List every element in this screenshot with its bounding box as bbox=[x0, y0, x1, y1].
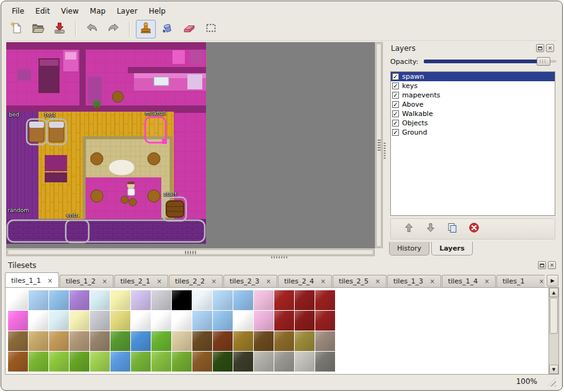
scroll-up-button[interactable]: ▲ bbox=[549, 288, 558, 297]
tile[interactable] bbox=[29, 290, 48, 310]
tile[interactable] bbox=[172, 290, 192, 310]
menu-map[interactable]: Map bbox=[84, 5, 111, 17]
lower-layer-button[interactable] bbox=[424, 222, 437, 236]
fill-tool-button[interactable] bbox=[158, 20, 177, 38]
resize-grip[interactable] bbox=[547, 378, 556, 386]
opacity-slider[interactable] bbox=[424, 57, 557, 66]
tile[interactable] bbox=[29, 352, 48, 372]
tile[interactable] bbox=[8, 331, 28, 351]
tile[interactable] bbox=[49, 290, 69, 310]
close-panel-button[interactable]: × bbox=[548, 261, 556, 269]
stamp-tool-button[interactable] bbox=[136, 20, 156, 38]
tile[interactable] bbox=[131, 331, 151, 351]
layer-row[interactable]: ✓Objects bbox=[391, 118, 555, 128]
map-viewport[interactable]: bedtestmilkfullstartrandomentr. bbox=[6, 42, 375, 248]
tile[interactable] bbox=[172, 331, 192, 351]
tile[interactable] bbox=[131, 290, 151, 310]
tile[interactable] bbox=[315, 331, 335, 351]
tile[interactable] bbox=[131, 311, 151, 331]
tile[interactable] bbox=[151, 311, 171, 331]
tile[interactable] bbox=[49, 311, 69, 331]
layer-visibility-checkbox[interactable]: ✓ bbox=[392, 73, 399, 80]
eraser-tool-button[interactable] bbox=[179, 20, 199, 38]
tile[interactable] bbox=[315, 290, 335, 310]
tile[interactable] bbox=[151, 331, 171, 351]
tile[interactable] bbox=[254, 290, 274, 310]
tile[interactable] bbox=[274, 311, 294, 331]
tile[interactable] bbox=[233, 331, 253, 351]
panel-tab-layers[interactable]: Layers bbox=[431, 242, 473, 256]
layer-row[interactable]: ✓keys bbox=[391, 81, 555, 91]
tile[interactable] bbox=[274, 290, 294, 310]
close-tab-icon[interactable]: × bbox=[321, 278, 326, 285]
tile[interactable] bbox=[131, 352, 151, 372]
close-tab-icon[interactable]: × bbox=[485, 278, 490, 285]
delete-layer-button[interactable] bbox=[467, 222, 481, 236]
scroll-down-button[interactable]: ▼ bbox=[549, 365, 558, 374]
menu-file[interactable]: File bbox=[6, 5, 30, 17]
tileset-tab[interactable]: tiles_1_4× bbox=[442, 275, 496, 287]
close-panel-button[interactable]: × bbox=[546, 44, 554, 52]
tile[interactable] bbox=[192, 311, 212, 331]
tile[interactable] bbox=[69, 290, 89, 310]
tile[interactable] bbox=[69, 311, 89, 331]
layer-visibility-checkbox[interactable]: ✓ bbox=[392, 129, 399, 136]
tab-scroll-right-button[interactable]: ▶ bbox=[547, 275, 558, 287]
tile[interactable] bbox=[192, 290, 212, 310]
tile[interactable] bbox=[172, 311, 192, 331]
tileset-tab[interactable]: tiles_1_3× bbox=[387, 275, 441, 287]
new-map-button[interactable] bbox=[6, 20, 26, 38]
select-tool-button[interactable] bbox=[201, 20, 221, 38]
tileset-tab[interactable]: tiles_1× bbox=[496, 275, 545, 287]
menu-view[interactable]: View bbox=[55, 5, 84, 17]
tile[interactable] bbox=[110, 290, 130, 310]
tileset-tab[interactable]: tiles_2_3× bbox=[223, 275, 277, 287]
tile[interactable] bbox=[295, 311, 315, 331]
tile[interactable] bbox=[90, 352, 110, 372]
tile[interactable] bbox=[172, 352, 192, 372]
float-panel-button[interactable] bbox=[536, 44, 544, 52]
tileset-tab[interactable]: tiles_2_4× bbox=[278, 275, 332, 287]
tile[interactable] bbox=[233, 352, 253, 372]
opacity-slider-handle[interactable] bbox=[537, 57, 550, 66]
scrollbar-thumb[interactable] bbox=[7, 249, 374, 255]
tile[interactable] bbox=[8, 311, 28, 331]
tile[interactable] bbox=[49, 331, 69, 351]
layer-visibility-checkbox[interactable]: ✓ bbox=[392, 82, 399, 89]
tile[interactable] bbox=[29, 311, 48, 331]
tile[interactable] bbox=[69, 331, 89, 351]
float-panel-button[interactable] bbox=[538, 261, 546, 269]
close-tab-icon[interactable]: × bbox=[48, 277, 53, 284]
tileset-scrollbar[interactable]: ▲ ▼ bbox=[548, 288, 558, 374]
tile[interactable] bbox=[90, 311, 110, 331]
tile[interactable] bbox=[295, 331, 315, 351]
duplicate-layer-button[interactable] bbox=[445, 222, 459, 236]
tileset-tab[interactable]: tiles_1_2× bbox=[60, 275, 114, 287]
tile[interactable] bbox=[254, 331, 274, 351]
save-map-button[interactable] bbox=[50, 20, 69, 38]
tileset-tab[interactable]: tiles_2_2× bbox=[169, 275, 223, 287]
tileset-tab[interactable]: tiles_2_1× bbox=[114, 275, 168, 287]
layer-visibility-checkbox[interactable]: ✓ bbox=[392, 101, 399, 108]
tile[interactable] bbox=[315, 311, 335, 331]
menu-layer[interactable]: Layer bbox=[111, 5, 143, 17]
layer-row[interactable]: ✓Walkable bbox=[391, 109, 555, 118]
tile[interactable] bbox=[213, 331, 233, 351]
scrollbar-thumb[interactable] bbox=[550, 298, 558, 334]
menu-edit[interactable]: Edit bbox=[30, 5, 55, 17]
tile[interactable] bbox=[233, 290, 253, 310]
tile[interactable] bbox=[8, 352, 28, 372]
layer-visibility-checkbox[interactable]: ✓ bbox=[392, 120, 399, 127]
close-tab-icon[interactable]: × bbox=[430, 278, 435, 285]
tile[interactable] bbox=[8, 290, 28, 310]
tile[interactable] bbox=[233, 311, 253, 331]
tile[interactable] bbox=[110, 311, 130, 331]
tile[interactable] bbox=[49, 352, 69, 372]
tile[interactable] bbox=[254, 311, 274, 331]
tile[interactable] bbox=[151, 290, 171, 310]
tile[interactable] bbox=[90, 331, 110, 351]
tile[interactable] bbox=[213, 311, 233, 331]
map-vertical-scrollbar[interactable] bbox=[375, 42, 383, 248]
tile[interactable] bbox=[295, 290, 315, 310]
layer-row[interactable]: ✓spawn bbox=[391, 72, 555, 81]
